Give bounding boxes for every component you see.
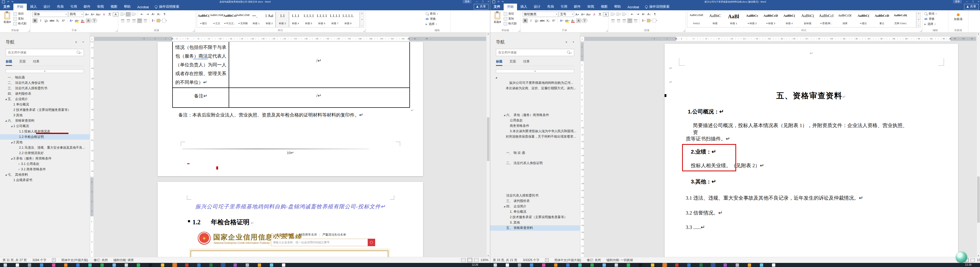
table[interactable]: 情况（包括但不限于与承包（服务）商法定代表人（单位负责人）为同一人或者存在控股、… [172,42,410,108]
tab-design[interactable]: 设计 [40,3,54,10]
site-link-dishonest[interactable]: 严重违法失信名单 [322,233,346,237]
nav-heading-item[interactable]: 五、 资格审查资料 [490,225,580,231]
nav-heading-item[interactable]: 3. 其他 [490,220,580,225]
style-item[interactable]: AaBbCcDdE ↵正文 [210,12,223,27]
shrink-font-button[interactable]: A▼ [90,12,95,17]
tab-mailings[interactable]: 邮件 [571,3,584,10]
minimize-button[interactable]: — [966,0,968,3]
indent-marker[interactable] [675,38,678,39]
font-name-combo[interactable]: 宋体▾ [32,11,68,17]
find-button[interactable]: 查找▾ [426,12,438,16]
nav-heading-item[interactable]: ◢五、 企业简介 [0,96,90,102]
tell-me-search[interactable]: 操作说明搜索 [643,3,672,10]
signin-button[interactable]: 登录 [953,0,962,3]
proofing-error-icon[interactable]: ✕ [52,258,56,262]
font-dialog-launcher[interactable] [606,30,608,32]
nav-heading-item[interactable]: ◢六、 承包（服务）商资格条件 [490,112,580,118]
character-shading-button[interactable]: A [86,18,91,23]
nav-heading-item[interactable]: 二、 法定代表人身份证明 [0,80,90,86]
grow-font-button[interactable]: A▲ [84,12,90,17]
paste-button[interactable]: 粘贴▾ [492,11,503,27]
nav-heading-item[interactable]: 三、 谈判报价表 [490,198,580,204]
paragraph[interactable]: 投标人相关业绩。（见附表 2）↵ [691,162,764,169]
nav-heading-item[interactable]: 本次谈标为定商、定价、定履行期限方式。谈判... [490,86,580,91]
zoom-level[interactable]: 130% [977,258,980,262]
taskbar-app-icon[interactable] [282,264,285,267]
nav-heading-item[interactable]: ◢六、 资格审查资料 [0,118,90,123]
subscript-button[interactable]: X₂ [55,18,60,23]
taskbar-app-icon[interactable] [137,264,140,267]
tab-acrobat[interactable]: Acrobat [134,4,152,10]
shrink-font-button[interactable]: A▼ [581,12,585,17]
paragraph-dialog-launcher[interactable] [192,30,195,32]
table-cell-remark-label[interactable]: 备注↵ [173,93,229,99]
text-effects-button[interactable]: A▾ [69,18,74,23]
nav-heading-item[interactable]: 振兴公司坨子里养殖基地鸡饲料自购为辽河... [490,80,580,86]
nav-heading-item[interactable]: ◢1 公司概况 [0,123,90,129]
nav-jump-bar[interactable]: ▲ [496,69,574,73]
taskbar-app-icon[interactable] [603,264,606,267]
bullets-button[interactable]: ▾ [610,12,616,17]
site-link-credit-info[interactable]: 企业信用信息 [276,233,294,237]
tab-layout[interactable]: 布局 [544,3,557,10]
status-language[interactable]: 简体中文(中国大陆) [554,258,581,262]
nav-heading-item[interactable]: 1.2 年检合格证明 [0,134,90,140]
taskbar-app-icon[interactable] [149,264,152,267]
web-layout-button[interactable] [474,258,479,262]
close-button[interactable]: × [488,0,489,3]
taskbar-app-icon[interactable] [615,264,618,267]
tab-design[interactable]: 设计 [530,3,544,10]
tab-view[interactable]: 视图 [107,3,121,10]
taskbar-app-icon[interactable] [736,264,739,267]
scrollbar-thumb[interactable] [487,117,490,161]
taskbar-app-icon[interactable] [234,264,237,267]
tab-review[interactable]: 审阅 [584,3,597,10]
nav-heading-item[interactable]: 1.1 投标人基本情况表 [0,129,90,134]
font-name-combo[interactable]: 微软雅黑▾ [523,11,558,17]
paragraph[interactable]: 3.3 ......↵ [686,224,705,230]
style-item[interactable]: 一、 标题 1 [250,12,262,27]
nav-heading-item[interactable]: 三、 法定代表人授权委托书 [0,86,90,91]
taskbar-app-icon[interactable] [209,264,213,267]
nav-tab[interactable]: 标题 [6,59,12,66]
heading-others[interactable]: 3.其他：↵ [691,178,716,185]
taskbar-app-icon[interactable] [100,264,104,267]
nav-options-chevron-icon[interactable]: ∨ [75,40,77,44]
read-mode-button[interactable] [461,258,466,262]
format-painter-button[interactable]: 格式刷 [504,22,517,25]
find-button[interactable]: 查找▾ [924,12,937,16]
table-note[interactable]: 备注：本表后应附企业法人、营业执照、资质及其年检合格的证明材料等材料的复印件。↵ [178,112,402,118]
style-item[interactable]: AaBbCcD ↵中文正... [223,12,236,27]
enclose-characters-button[interactable]: 字 [91,18,97,23]
replace-button[interactable]: ab替换 [426,17,438,21]
taskbar-app-icon[interactable] [113,264,116,267]
taskbar-app-icon[interactable] [639,264,642,267]
superscript-button[interactable]: X² [551,18,556,23]
paragraph[interactable]: 简要描述公司概况，投标人基本情况表（见附表 1），并附资质文件：企业法人资格、营… [693,122,909,136]
nav-close-icon[interactable]: × [573,40,574,44]
tab-file[interactable]: 文件 [490,3,504,10]
heading-1-2[interactable]: 1.2 年检合格证明 ↵ [188,218,254,226]
increase-indent-button[interactable]: ⇥ [635,12,640,17]
status-track-changes[interactable]: 修订: 关闭 [587,258,601,262]
nav-heading-item[interactable]: ◢3 承包（服务）商资格条件 [0,156,90,161]
cut-button[interactable]: 剪切 [13,12,27,16]
taskbar-app-icon[interactable] [578,264,582,267]
proofing-error-icon[interactable]: ✕ [545,258,549,262]
style-item[interactable]: AaBbCc ↵标题 2 [743,12,761,27]
font-color-button[interactable]: A▾ [570,18,576,23]
asian-layout-button[interactable]: A▾ [151,12,156,17]
minimize-button[interactable]: — [476,0,478,3]
change-case-button[interactable]: Aa▾ [586,12,591,17]
taskbar-app-icon[interactable] [270,264,273,267]
nav-heading-item[interactable]: 商务资格条件 [490,123,580,129]
nav-heading-item[interactable]: 2.技术服务承诺（主要说明服务质量等） [490,215,580,220]
status-accessibility[interactable]: 辅助功能: 一切就绪 [606,258,633,262]
taskbar-app-icon[interactable] [161,264,164,267]
tab-help[interactable]: 帮助 [611,3,624,10]
font-size-combo[interactable]: 五号▾ [559,11,574,17]
styles-gallery-scrollbar[interactable]: ▴▾▿ [360,11,364,27]
taskbar-app-icon[interactable] [28,264,31,267]
undo-icon[interactable]: ↶ [498,0,500,3]
expand-collapse-icon[interactable]: ◢ [10,140,13,145]
